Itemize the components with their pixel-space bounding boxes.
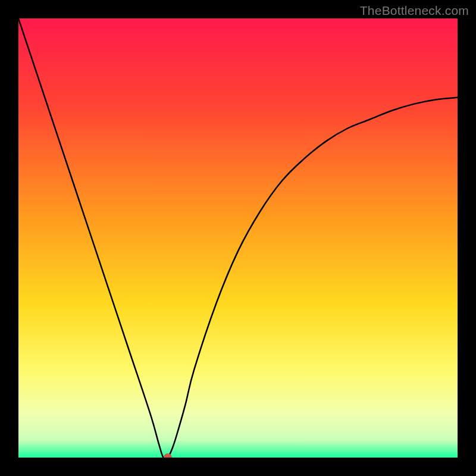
chart-svg: [18, 18, 458, 458]
attribution-text: TheBottleneck.com: [360, 4, 469, 18]
plot-area: [18, 18, 458, 458]
gradient-background: [18, 18, 458, 458]
chart-frame: TheBottleneck.com: [0, 0, 476, 476]
